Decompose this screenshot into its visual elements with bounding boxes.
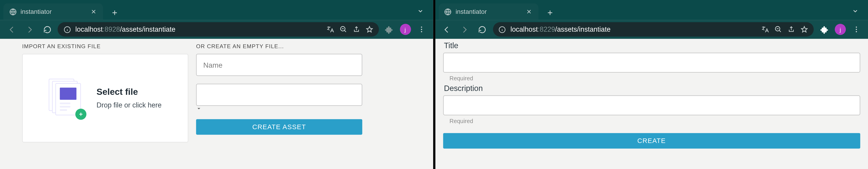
new-tab-button[interactable] xyxy=(542,6,557,20)
title-helper: Required xyxy=(450,75,860,81)
svg-point-4 xyxy=(421,29,422,30)
forward-button[interactable] xyxy=(22,22,37,37)
create-button[interactable]: CREATE xyxy=(443,133,860,149)
tab-title: instantiator xyxy=(456,8,521,15)
new-tab-button[interactable] xyxy=(107,6,122,20)
star-icon[interactable] xyxy=(365,26,373,33)
share-icon[interactable] xyxy=(352,26,360,33)
kebab-menu-icon[interactable] xyxy=(414,22,429,37)
profile-avatar[interactable]: j xyxy=(835,24,846,35)
create-asset-button[interactable]: CREATE ASSET xyxy=(196,119,362,135)
browser-window-right: instantiator localhost:82 xyxy=(435,0,868,169)
tabs-chevron-icon[interactable] xyxy=(413,4,428,18)
page-content: IMPORT AN EXISTING FILE xyxy=(0,39,433,169)
url-text: localhost:8928/assets/instantiate xyxy=(75,26,176,33)
extensions-icon[interactable] xyxy=(817,22,832,37)
svg-point-3 xyxy=(421,26,422,28)
description-input[interactable] xyxy=(443,95,860,115)
tab-strip: instantiator xyxy=(0,0,433,20)
import-label: IMPORT AN EXISTING FILE xyxy=(22,43,188,49)
browser-toolbar: localhost:8928/assets/instantiate j xyxy=(0,20,433,39)
svg-point-10 xyxy=(856,29,857,30)
title-label: Title xyxy=(444,41,860,50)
close-icon[interactable] xyxy=(525,8,532,16)
zoom-icon[interactable] xyxy=(339,26,347,33)
files-illustration-icon xyxy=(49,79,83,118)
select-file-title: Select file xyxy=(96,87,162,97)
file-dropzone[interactable]: Select file Drop file or click here xyxy=(22,54,188,143)
create-label: OR CREATE AN EMPTY FILE... xyxy=(196,43,362,49)
tab-strip: instantiator xyxy=(435,0,868,20)
extensions-icon[interactable] xyxy=(382,22,397,37)
site-info-icon[interactable] xyxy=(63,26,71,33)
site-info-icon[interactable] xyxy=(498,26,506,33)
browser-tab[interactable]: instantiator xyxy=(438,3,538,20)
zoom-icon[interactable] xyxy=(774,26,782,33)
title-input[interactable] xyxy=(443,53,860,73)
close-icon[interactable] xyxy=(90,8,97,16)
reload-button[interactable] xyxy=(475,22,489,37)
star-icon[interactable] xyxy=(800,26,808,33)
chevron-down-icon xyxy=(196,106,362,112)
globe-icon xyxy=(444,8,452,16)
url-text: localhost:8229/assets/instantiate xyxy=(510,26,611,33)
translate-icon[interactable] xyxy=(761,26,769,33)
translate-icon[interactable] xyxy=(326,26,334,33)
globe-icon xyxy=(9,8,17,16)
description-helper: Required xyxy=(450,118,860,124)
plus-badge-icon xyxy=(75,109,87,120)
tabs-chevron-icon[interactable] xyxy=(848,4,863,18)
share-icon[interactable] xyxy=(788,26,795,33)
browser-window-left: instantiator localho xyxy=(0,0,433,169)
page-content: Title Required Description Required CREA… xyxy=(435,39,868,169)
profile-avatar[interactable]: j xyxy=(400,24,411,35)
select-file-sub: Drop file or click here xyxy=(96,101,162,109)
browser-tab[interactable]: instantiator xyxy=(3,3,103,20)
address-bar[interactable]: localhost:8928/assets/instantiate xyxy=(58,22,379,37)
reload-button[interactable] xyxy=(40,22,54,37)
browser-toolbar: localhost:8229/assets/instantiate j xyxy=(435,20,868,39)
forward-button[interactable] xyxy=(457,22,472,37)
back-button[interactable] xyxy=(440,22,454,37)
svg-point-11 xyxy=(856,31,857,32)
svg-point-5 xyxy=(421,31,422,32)
address-bar[interactable]: localhost:8229/assets/instantiate xyxy=(493,22,814,37)
type-select[interactable] xyxy=(196,84,362,106)
name-input[interactable] xyxy=(196,54,362,76)
back-button[interactable] xyxy=(4,22,19,37)
svg-point-9 xyxy=(856,26,857,28)
description-label: Description xyxy=(444,84,860,92)
tab-title: instantiator xyxy=(21,8,86,15)
kebab-menu-icon[interactable] xyxy=(849,22,864,37)
